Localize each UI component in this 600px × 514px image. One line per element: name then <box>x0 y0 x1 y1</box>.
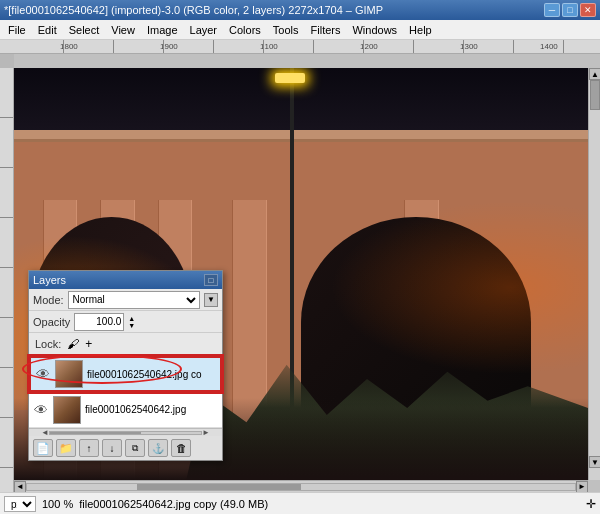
mode-row: Mode: Normal ▼ <box>29 289 222 311</box>
orange-light-right <box>330 200 588 375</box>
menu-filters[interactable]: Filters <box>305 22 347 38</box>
layers-panel: Layers □ Mode: Normal ▼ Opacity ▲ ▼ Lock… <box>28 270 223 461</box>
panel-icon: □ <box>204 274 218 286</box>
scroll-track[interactable] <box>49 431 202 435</box>
lock-position-icon[interactable]: + <box>85 337 92 351</box>
scroll-right-arrow[interactable]: ► <box>576 481 588 493</box>
layer-1-name: file0001062540642.jpg co <box>87 369 216 380</box>
lock-label: Lock: <box>35 338 61 350</box>
panel-buttons: 📄 📁 ↑ ↓ ⧉ ⚓ 🗑 <box>29 436 222 460</box>
menu-edit[interactable]: Edit <box>32 22 63 38</box>
title-bar-buttons: ─ □ ✕ <box>544 3 596 17</box>
menu-image[interactable]: Image <box>141 22 184 38</box>
anchor-layer-button[interactable]: ⚓ <box>148 439 168 457</box>
layer-list: 👁 file0001062540642.jpg co 👁 file0001062… <box>29 355 222 428</box>
cornice <box>14 130 588 142</box>
layer-2-name: file0001062540642.jpg <box>85 404 218 415</box>
raise-layer-button[interactable]: ↑ <box>79 439 99 457</box>
menu-view[interactable]: View <box>105 22 141 38</box>
scrollbar-horizontal[interactable]: ◄ ► <box>14 480 588 492</box>
delete-layer-button[interactable]: 🗑 <box>171 439 191 457</box>
lock-pixels-icon[interactable]: 🖌 <box>67 337 79 351</box>
maximize-button[interactable]: □ <box>562 3 578 17</box>
menu-windows[interactable]: Windows <box>346 22 403 38</box>
layer-item-2[interactable]: 👁 file0001062540642.jpg <box>29 392 222 428</box>
menu-bar: File Edit Select View Image Layer Colors… <box>0 20 600 40</box>
scroll-left[interactable]: ◄ <box>41 428 49 437</box>
minimize-button[interactable]: ─ <box>544 3 560 17</box>
ruler-horizontal: 1800 1900 1100 1200 1300 1400 <box>0 40 600 54</box>
panel-title-bar: Layers □ <box>29 271 222 289</box>
scroll-right[interactable]: ► <box>202 428 210 437</box>
scroll-left-arrow[interactable]: ◄ <box>14 481 26 493</box>
status-filename: file0001062540642.jpg copy (49.0 MB) <box>79 498 580 510</box>
menu-layer[interactable]: Layer <box>184 22 224 38</box>
mode-select[interactable]: Normal <box>68 291 200 309</box>
status-bar: px 100 % file0001062540642.jpg copy (49.… <box>0 492 600 514</box>
layer-2-thumb <box>53 396 81 424</box>
opacity-label: Opacity <box>33 316 70 328</box>
nav-icon[interactable]: ✛ <box>586 497 596 511</box>
unit-select[interactable]: px <box>4 496 36 512</box>
scroll-up-arrow[interactable]: ▲ <box>589 68 600 80</box>
scroll-thumb-h[interactable] <box>137 484 301 490</box>
scroll-track-h[interactable] <box>26 483 576 491</box>
zoom-percent: 100 % <box>42 498 73 510</box>
scroll-thumb-v[interactable] <box>590 80 600 110</box>
panel-menu-icon[interactable]: ▼ <box>204 293 218 307</box>
gimp-window: *[file0001062540642] (imported)-3.0 (RGB… <box>0 0 600 514</box>
scroll-down-arrow[interactable]: ▼ <box>589 456 600 468</box>
opacity-row: Opacity ▲ ▼ <box>29 311 222 333</box>
panel-scroll[interactable]: ◄ ► <box>29 428 222 436</box>
mode-label: Mode: <box>33 294 64 306</box>
layer-item-1[interactable]: 👁 file0001062540642.jpg co <box>29 356 222 392</box>
scroll-thumb[interactable] <box>50 432 141 434</box>
panel-title: Layers <box>33 274 66 286</box>
lock-row: Lock: 🖌 + <box>29 333 222 355</box>
menu-colors[interactable]: Colors <box>223 22 267 38</box>
layer-1-eye-icon[interactable]: 👁 <box>35 366 51 382</box>
close-button[interactable]: ✕ <box>580 3 596 17</box>
ruler-vertical <box>0 54 14 494</box>
new-layer-button[interactable]: 📄 <box>33 439 53 457</box>
layer-2-eye-icon[interactable]: 👁 <box>33 402 49 418</box>
window-title: *[file0001062540642] (imported)-3.0 (RGB… <box>4 4 383 16</box>
opacity-input[interactable] <box>74 313 124 331</box>
layer-1-thumb <box>55 360 83 388</box>
ruler-corner <box>0 54 14 68</box>
menu-file[interactable]: File <box>2 22 32 38</box>
lamp-head <box>275 73 305 83</box>
menu-tools[interactable]: Tools <box>267 22 305 38</box>
scrollbar-vertical[interactable]: ▲ ▼ <box>588 68 600 480</box>
title-bar: *[file0001062540642] (imported)-3.0 (RGB… <box>0 0 600 20</box>
menu-help[interactable]: Help <box>403 22 438 38</box>
open-layer-button[interactable]: 📁 <box>56 439 76 457</box>
menu-select[interactable]: Select <box>63 22 106 38</box>
lower-layer-button[interactable]: ↓ <box>102 439 122 457</box>
duplicate-layer-button[interactable]: ⧉ <box>125 439 145 457</box>
opacity-arrows[interactable]: ▲ ▼ <box>128 315 138 329</box>
